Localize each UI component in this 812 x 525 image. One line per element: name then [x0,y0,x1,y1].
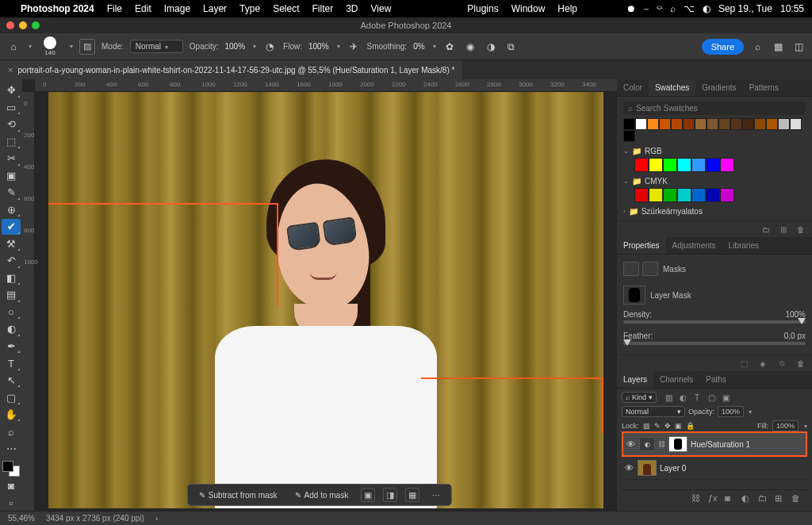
filter-smart-icon[interactable]: ▣ [720,392,731,403]
siri-icon[interactable]: ◐ [703,3,710,14]
swatch[interactable] [623,118,635,130]
adjustment-icon[interactable] [623,262,639,276]
menu-date[interactable]: Sep 19., Tue [718,3,772,14]
menu-3d[interactable]: 3D [346,3,358,14]
blend-mode-select[interactable]: Normal ▾ [130,40,183,53]
eyedropper-tool[interactable]: ✎ [2,185,21,201]
marquee-tool[interactable]: ▭ [2,100,21,116]
brush-settings-icon[interactable]: ▨ [79,39,95,55]
visibility-toggle[interactable]: 👁 [625,439,636,449]
layer-thumbnail[interactable] [638,460,657,476]
swatch-group-gray[interactable]: › 📁 Szürkeárnyalatos [623,207,806,216]
subtract-mask-button[interactable]: ✎ Subtract from mask [194,489,282,502]
more-options-icon[interactable]: ⋯ [427,489,445,502]
flow-value[interactable]: 100% [308,42,329,51]
menu-edit[interactable]: Edit [135,3,151,14]
menu-filter[interactable]: Filter [312,3,333,14]
horizontal-ruler[interactable]: 0200 400600 8001000 12001400 16001800 20… [35,79,617,92]
search-icon[interactable]: ⌕ [670,3,676,14]
menu-plugins[interactable]: Plugins [467,3,498,14]
control-center-icon[interactable]: ⌥ [684,3,695,14]
lock-transparent-icon[interactable]: ▨ [643,422,650,430]
edit-toolbar[interactable]: ⋯ [2,441,21,457]
link-icon[interactable]: ⛓ [658,440,665,448]
history-brush-tool[interactable]: ↶ [2,253,21,269]
menu-window[interactable]: Window [511,3,546,14]
hand-tool[interactable]: ✋ [2,407,21,423]
swatch[interactable] [647,118,659,130]
status-chevron-icon[interactable]: › [155,514,158,523]
lasso-tool[interactable]: ⟲ [2,117,21,132]
tab-channels[interactable]: Channels [653,371,699,388]
document-canvas[interactable] [48,92,603,508]
swatch[interactable] [720,188,734,202]
layer-opacity-value[interactable]: 100% [718,406,744,417]
frame-tool[interactable]: ▣ [2,168,21,184]
opacity-value[interactable]: 100% [225,42,246,51]
filter-adjust-icon[interactable]: ◐ [677,392,688,403]
layer-filter-kind[interactable]: ⌕ Kind ▾ [622,392,657,403]
crop-tool[interactable]: ✂ [2,151,21,167]
filter-type-icon[interactable]: T [691,392,703,403]
select-subject-icon[interactable]: ▣ [361,488,375,502]
share-button[interactable]: Share [702,39,744,55]
brush-preset-picker[interactable]: 140 [38,35,62,59]
lock-all-icon[interactable]: 🔒 [686,422,695,430]
swatch[interactable] [706,188,720,202]
tab-adjustments[interactable]: Adjustments [666,237,722,254]
feather-slider[interactable] [623,342,806,345]
density-slider[interactable] [623,320,806,324]
add-mask-icon[interactable]: ◙ [725,493,736,504]
menu-type[interactable]: Type [239,3,260,14]
swatch[interactable] [635,118,647,130]
document-dimensions[interactable]: 3434 px x 2736 px (240 ppi) [46,514,144,523]
swatch[interactable] [778,118,790,130]
swatch[interactable] [730,118,742,130]
screen-mode-toggle[interactable]: ▫ [2,495,21,511]
trash-icon[interactable]: 🗑 [795,224,807,235]
tab-gradients[interactable]: Gradients [695,79,742,96]
apply-mask-icon[interactable]: ◈ [756,358,769,369]
swatch[interactable] [718,118,730,130]
blend-mode-select[interactable]: Normal ▾ [622,406,685,417]
lock-image-icon[interactable]: ✎ [654,422,661,430]
link-layers-icon[interactable]: ⛓ [691,493,703,504]
add-mask-button[interactable]: ✎ Add to mask [290,489,354,502]
eraser-tool[interactable]: ◧ [2,270,21,286]
task-space-icon[interactable]: ◫ [791,40,806,54]
swatch[interactable] [649,188,663,202]
swatch[interactable] [691,158,706,172]
zoom-tool[interactable]: ⌕ [2,423,21,439]
disable-mask-icon[interactable]: ⦸ [776,358,788,369]
swatch[interactable] [663,188,677,202]
tab-swatches[interactable]: Swatches [649,79,695,96]
app-menu[interactable]: Photoshop 2024 [21,3,94,14]
visibility-toggle[interactable]: 👁 [623,463,634,473]
workspace-icon[interactable]: ▦ [771,40,785,54]
blur-tool[interactable]: ○ [2,305,21,320]
move-tool[interactable]: ✥ [2,82,21,98]
mask-thumbnail[interactable] [668,436,688,452]
feather-value[interactable]: 0,0 px [784,331,806,340]
chevron-down-icon[interactable]: ▾ [29,43,32,50]
type-tool[interactable]: T [2,355,21,371]
path-select-tool[interactable]: ↖ [2,373,21,389]
menu-image[interactable]: Image [164,3,190,14]
window-zoom[interactable] [32,21,40,29]
recent-swatches[interactable] [623,118,806,142]
smoothing-value[interactable]: 0% [413,42,424,51]
filter-shape-icon[interactable]: ▢ [706,392,717,403]
new-layer-icon[interactable]: ⊞ [775,493,786,504]
new-swatch-icon[interactable]: ⊞ [777,224,790,235]
tab-layers[interactable]: Layers [617,371,653,388]
swatch[interactable] [754,118,766,130]
pen-tool[interactable]: ✒ [2,339,21,354]
swatch-group-cmyk[interactable]: ⌄ 📁 CMYK [623,177,806,186]
menu-view[interactable]: View [371,3,392,14]
menu-select[interactable]: Select [273,3,299,14]
healing-tool[interactable]: ⊕ [2,202,21,218]
tab-paths[interactable]: Paths [699,371,733,388]
swatch[interactable] [663,158,677,172]
swatch[interactable] [790,118,802,130]
pressure-opacity-icon[interactable]: ◔ [262,40,277,54]
